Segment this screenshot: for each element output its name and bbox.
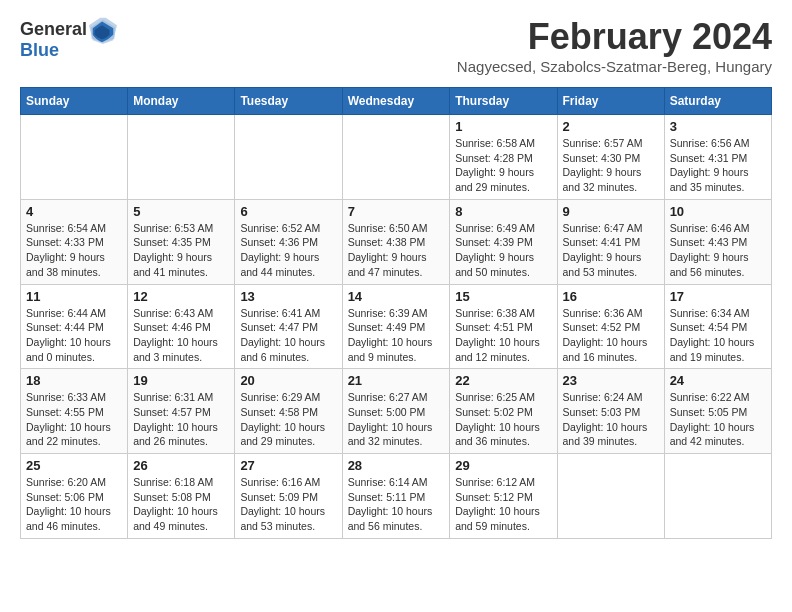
calendar-day-cell: 27Sunrise: 6:16 AMSunset: 5:09 PMDayligh… (235, 454, 342, 539)
calendar-day-cell: 19Sunrise: 6:31 AMSunset: 4:57 PMDayligh… (128, 369, 235, 454)
weekday-header-cell: Saturday (664, 88, 771, 115)
weekday-header-cell: Tuesday (235, 88, 342, 115)
day-info: Sunrise: 6:57 AMSunset: 4:30 PMDaylight:… (563, 136, 659, 195)
weekday-header-cell: Sunday (21, 88, 128, 115)
calendar-day-cell: 12Sunrise: 6:43 AMSunset: 4:46 PMDayligh… (128, 284, 235, 369)
day-info: Sunrise: 6:29 AMSunset: 4:58 PMDaylight:… (240, 390, 336, 449)
calendar-body: 1Sunrise: 6:58 AMSunset: 4:28 PMDaylight… (21, 115, 772, 539)
day-info: Sunrise: 6:24 AMSunset: 5:03 PMDaylight:… (563, 390, 659, 449)
day-number: 8 (455, 204, 551, 219)
day-number: 7 (348, 204, 445, 219)
day-number: 4 (26, 204, 122, 219)
calendar-day-cell: 13Sunrise: 6:41 AMSunset: 4:47 PMDayligh… (235, 284, 342, 369)
weekday-header-cell: Friday (557, 88, 664, 115)
weekday-header-cell: Monday (128, 88, 235, 115)
day-info: Sunrise: 6:54 AMSunset: 4:33 PMDaylight:… (26, 221, 122, 280)
day-info: Sunrise: 6:12 AMSunset: 5:12 PMDaylight:… (455, 475, 551, 534)
day-info: Sunrise: 6:46 AMSunset: 4:43 PMDaylight:… (670, 221, 766, 280)
calendar-day-cell (664, 454, 771, 539)
day-info: Sunrise: 6:39 AMSunset: 4:49 PMDaylight:… (348, 306, 445, 365)
calendar-week-row: 11Sunrise: 6:44 AMSunset: 4:44 PMDayligh… (21, 284, 772, 369)
day-info: Sunrise: 6:44 AMSunset: 4:44 PMDaylight:… (26, 306, 122, 365)
weekday-header-cell: Thursday (450, 88, 557, 115)
day-info: Sunrise: 6:36 AMSunset: 4:52 PMDaylight:… (563, 306, 659, 365)
day-info: Sunrise: 6:56 AMSunset: 4:31 PMDaylight:… (670, 136, 766, 195)
calendar-day-cell: 6Sunrise: 6:52 AMSunset: 4:36 PMDaylight… (235, 199, 342, 284)
weekday-header-row: SundayMondayTuesdayWednesdayThursdayFrid… (21, 88, 772, 115)
title-block: February 2024 Nagyecsed, Szabolcs-Szatma… (457, 16, 772, 83)
calendar-day-cell: 7Sunrise: 6:50 AMSunset: 4:38 PMDaylight… (342, 199, 450, 284)
calendar-day-cell: 10Sunrise: 6:46 AMSunset: 4:43 PMDayligh… (664, 199, 771, 284)
calendar-day-cell: 28Sunrise: 6:14 AMSunset: 5:11 PMDayligh… (342, 454, 450, 539)
calendar-week-row: 1Sunrise: 6:58 AMSunset: 4:28 PMDaylight… (21, 115, 772, 200)
day-info: Sunrise: 6:20 AMSunset: 5:06 PMDaylight:… (26, 475, 122, 534)
day-number: 2 (563, 119, 659, 134)
day-info: Sunrise: 6:16 AMSunset: 5:09 PMDaylight:… (240, 475, 336, 534)
calendar-table: SundayMondayTuesdayWednesdayThursdayFrid… (20, 87, 772, 539)
calendar-day-cell: 14Sunrise: 6:39 AMSunset: 4:49 PMDayligh… (342, 284, 450, 369)
day-number: 1 (455, 119, 551, 134)
day-info: Sunrise: 6:49 AMSunset: 4:39 PMDaylight:… (455, 221, 551, 280)
calendar-day-cell: 25Sunrise: 6:20 AMSunset: 5:06 PMDayligh… (21, 454, 128, 539)
day-info: Sunrise: 6:43 AMSunset: 4:46 PMDaylight:… (133, 306, 229, 365)
calendar-day-cell: 11Sunrise: 6:44 AMSunset: 4:44 PMDayligh… (21, 284, 128, 369)
day-info: Sunrise: 6:50 AMSunset: 4:38 PMDaylight:… (348, 221, 445, 280)
calendar-day-cell: 2Sunrise: 6:57 AMSunset: 4:30 PMDaylight… (557, 115, 664, 200)
day-number: 27 (240, 458, 336, 473)
day-info: Sunrise: 6:31 AMSunset: 4:57 PMDaylight:… (133, 390, 229, 449)
day-info: Sunrise: 6:41 AMSunset: 4:47 PMDaylight:… (240, 306, 336, 365)
calendar-day-cell: 24Sunrise: 6:22 AMSunset: 5:05 PMDayligh… (664, 369, 771, 454)
calendar-day-cell: 22Sunrise: 6:25 AMSunset: 5:02 PMDayligh… (450, 369, 557, 454)
day-number: 21 (348, 373, 445, 388)
day-number: 6 (240, 204, 336, 219)
logo-icon (89, 16, 117, 44)
day-number: 19 (133, 373, 229, 388)
calendar-day-cell (128, 115, 235, 200)
day-info: Sunrise: 6:52 AMSunset: 4:36 PMDaylight:… (240, 221, 336, 280)
day-info: Sunrise: 6:38 AMSunset: 4:51 PMDaylight:… (455, 306, 551, 365)
day-number: 24 (670, 373, 766, 388)
day-info: Sunrise: 6:27 AMSunset: 5:00 PMDaylight:… (348, 390, 445, 449)
calendar-day-cell: 16Sunrise: 6:36 AMSunset: 4:52 PMDayligh… (557, 284, 664, 369)
calendar-week-row: 25Sunrise: 6:20 AMSunset: 5:06 PMDayligh… (21, 454, 772, 539)
day-number: 26 (133, 458, 229, 473)
day-number: 15 (455, 289, 551, 304)
day-number: 13 (240, 289, 336, 304)
day-number: 5 (133, 204, 229, 219)
day-info: Sunrise: 6:58 AMSunset: 4:28 PMDaylight:… (455, 136, 551, 195)
location-title: Nagyecsed, Szabolcs-Szatmar-Bereg, Hunga… (457, 58, 772, 75)
day-number: 20 (240, 373, 336, 388)
day-info: Sunrise: 6:53 AMSunset: 4:35 PMDaylight:… (133, 221, 229, 280)
day-info: Sunrise: 6:25 AMSunset: 5:02 PMDaylight:… (455, 390, 551, 449)
day-info: Sunrise: 6:18 AMSunset: 5:08 PMDaylight:… (133, 475, 229, 534)
day-info: Sunrise: 6:33 AMSunset: 4:55 PMDaylight:… (26, 390, 122, 449)
day-number: 29 (455, 458, 551, 473)
calendar-day-cell: 5Sunrise: 6:53 AMSunset: 4:35 PMDaylight… (128, 199, 235, 284)
calendar-day-cell: 23Sunrise: 6:24 AMSunset: 5:03 PMDayligh… (557, 369, 664, 454)
logo: General Blue (20, 16, 117, 61)
calendar-day-cell: 21Sunrise: 6:27 AMSunset: 5:00 PMDayligh… (342, 369, 450, 454)
day-number: 25 (26, 458, 122, 473)
page-header: General Blue February 2024 Nagyecsed, Sz… (20, 16, 772, 83)
day-number: 3 (670, 119, 766, 134)
day-number: 17 (670, 289, 766, 304)
calendar-day-cell: 1Sunrise: 6:58 AMSunset: 4:28 PMDaylight… (450, 115, 557, 200)
day-info: Sunrise: 6:47 AMSunset: 4:41 PMDaylight:… (563, 221, 659, 280)
day-number: 14 (348, 289, 445, 304)
calendar-day-cell: 15Sunrise: 6:38 AMSunset: 4:51 PMDayligh… (450, 284, 557, 369)
calendar-day-cell (557, 454, 664, 539)
calendar-day-cell: 20Sunrise: 6:29 AMSunset: 4:58 PMDayligh… (235, 369, 342, 454)
day-number: 23 (563, 373, 659, 388)
calendar-day-cell: 17Sunrise: 6:34 AMSunset: 4:54 PMDayligh… (664, 284, 771, 369)
logo-text-general: General (20, 20, 87, 40)
day-number: 16 (563, 289, 659, 304)
calendar-day-cell: 26Sunrise: 6:18 AMSunset: 5:08 PMDayligh… (128, 454, 235, 539)
month-title: February 2024 (457, 16, 772, 58)
calendar-day-cell: 3Sunrise: 6:56 AMSunset: 4:31 PMDaylight… (664, 115, 771, 200)
day-info: Sunrise: 6:14 AMSunset: 5:11 PMDaylight:… (348, 475, 445, 534)
weekday-header-cell: Wednesday (342, 88, 450, 115)
calendar-day-cell (235, 115, 342, 200)
calendar-day-cell: 29Sunrise: 6:12 AMSunset: 5:12 PMDayligh… (450, 454, 557, 539)
calendar-day-cell: 4Sunrise: 6:54 AMSunset: 4:33 PMDaylight… (21, 199, 128, 284)
day-number: 10 (670, 204, 766, 219)
